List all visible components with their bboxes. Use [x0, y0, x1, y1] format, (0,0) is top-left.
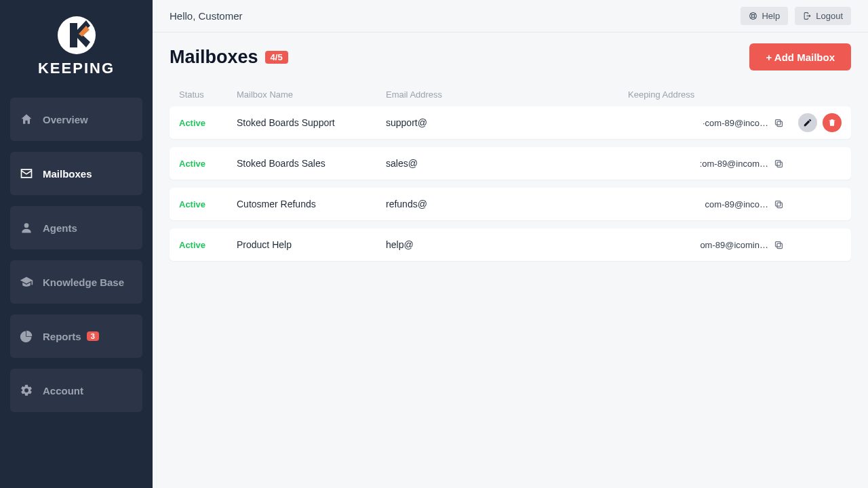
page-title: Mailboxes	[170, 47, 258, 68]
row-actions	[784, 113, 842, 132]
logo: KEEPING	[0, 0, 153, 98]
sidebar-item-reports[interactable]: Reports 3	[10, 314, 142, 358]
main: Hello, Customer Help Logout Mailboxes 4/…	[153, 0, 868, 488]
svg-point-3	[752, 14, 755, 17]
keeping-address: :om-89@incom…	[700, 159, 768, 169]
sidebar-item-label: Account	[43, 385, 83, 396]
copy-icon[interactable]	[774, 159, 784, 169]
mailbox-email: sales@	[386, 158, 628, 169]
sidebar: KEEPING Overview Mailboxes Agents	[0, 0, 153, 488]
mailboxes-table: Status Mailbox Name Email Address Keepin…	[170, 83, 851, 261]
keeping-address: ·com-89@inco…	[703, 118, 768, 128]
mailbox-email: help@	[386, 239, 628, 250]
user-icon	[20, 221, 33, 235]
mail-icon	[20, 167, 33, 180]
keeping-address: om-89@icomin…	[700, 240, 768, 250]
mailbox-count-badge: 4/5	[265, 51, 288, 64]
sidebar-item-label: Agents	[43, 222, 77, 234]
svg-line-5	[755, 17, 756, 18]
svg-line-6	[755, 14, 756, 15]
topbar-actions: Help Logout	[741, 7, 851, 25]
status-badge: Active	[179, 199, 237, 209]
greeting: Hello, Customer	[170, 10, 243, 22]
home-icon	[20, 113, 33, 126]
status-badge: Active	[179, 240, 237, 250]
status-badge: Active	[179, 159, 237, 169]
sidebar-item-account[interactable]: Account	[10, 369, 142, 412]
sidebar-item-overview[interactable]: Overview	[10, 98, 142, 141]
table-header: Status Mailbox Name Email Address Keepin…	[170, 83, 851, 106]
keeping-address: com-89@inco…	[705, 199, 768, 209]
help-button[interactable]: Help	[741, 7, 788, 25]
col-status: Status	[179, 89, 237, 100]
logout-button-label: Logout	[816, 11, 843, 21]
copy-icon[interactable]	[774, 118, 784, 128]
logo-text: KEEPING	[38, 60, 115, 77]
pie-chart-icon	[20, 329, 33, 343]
sidebar-item-label: Mailboxes	[43, 168, 92, 180]
copy-icon[interactable]	[774, 199, 784, 209]
mailbox-email: support@	[386, 117, 628, 128]
edit-button[interactable]	[798, 113, 817, 132]
mailbox-email: refunds@	[386, 199, 628, 209]
reports-badge: 3	[87, 331, 99, 341]
col-email: Email Address	[386, 89, 628, 100]
sidebar-item-label: Reports	[43, 331, 81, 342]
sidebar-item-label: Knowledge Base	[43, 277, 124, 288]
keeping-address-cell: :om-89@incom…	[628, 159, 784, 169]
table-row[interactable]: Active Product Help help@ om-89@icomin…	[170, 228, 851, 261]
col-name: Mailbox Name	[237, 89, 386, 100]
topbar: Hello, Customer Help Logout	[153, 0, 868, 33]
trash-icon	[827, 118, 837, 127]
sidebar-item-label: Overview	[43, 114, 88, 125]
sidebar-item-knowledge-base[interactable]: Knowledge Base	[10, 260, 142, 304]
page-header: Mailboxes 4/5 + Add Mailbox	[170, 43, 851, 70]
svg-line-7	[751, 17, 752, 18]
logout-button[interactable]: Logout	[795, 7, 851, 25]
svg-line-4	[751, 14, 752, 15]
help-button-label: Help	[762, 11, 780, 21]
table-row[interactable]: Active Cutosmer Refunds refunds@ com-89@…	[170, 188, 851, 220]
table-row[interactable]: Active Stoked Boards Support support@ ·c…	[170, 106, 851, 139]
mailbox-name: Stoked Boards Support	[237, 117, 386, 128]
sidebar-nav: Overview Mailboxes Agents Knowledge Base	[0, 98, 153, 412]
add-mailbox-button[interactable]: + Add Mailbox	[749, 43, 851, 70]
copy-icon[interactable]	[774, 240, 784, 250]
pencil-icon	[803, 118, 812, 127]
table-row[interactable]: Active Stoked Boards Sales sales@ :om-89…	[170, 147, 851, 180]
col-keeping: Keeping Address	[628, 89, 784, 100]
gear-icon	[20, 384, 33, 397]
keeping-address-cell: com-89@inco…	[628, 199, 784, 209]
mailbox-name: Product Help	[237, 239, 386, 250]
sidebar-item-mailboxes[interactable]: Mailboxes	[10, 152, 142, 195]
delete-button[interactable]	[823, 113, 842, 132]
mailbox-name: Stoked Boards Sales	[237, 158, 386, 169]
logo-mark-icon	[56, 15, 97, 56]
mailbox-name: Cutosmer Refunds	[237, 199, 386, 209]
help-icon	[749, 12, 757, 20]
svg-point-1	[24, 223, 29, 228]
sidebar-item-agents[interactable]: Agents	[10, 206, 142, 249]
graduation-cap-icon	[20, 275, 33, 289]
logout-icon	[803, 12, 812, 20]
keeping-address-cell: ·com-89@inco…	[628, 118, 784, 128]
content: Mailboxes 4/5 + Add Mailbox Status Mailb…	[153, 33, 868, 488]
keeping-address-cell: om-89@icomin…	[628, 240, 784, 250]
status-badge: Active	[179, 118, 237, 128]
